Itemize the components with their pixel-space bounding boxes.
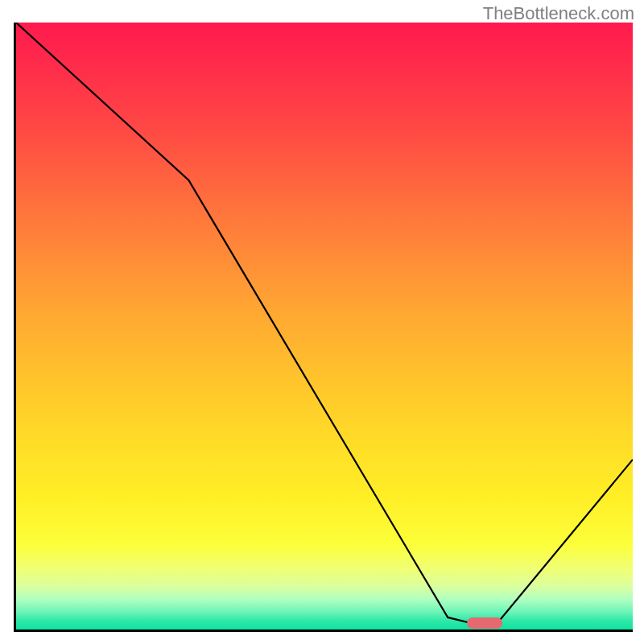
chart-container: TheBottleneck.com (0, 0, 644, 644)
optimal-marker (467, 617, 502, 629)
bottleneck-curve (16, 23, 633, 623)
plot-area (14, 23, 633, 632)
watermark-text: TheBottleneck.com (483, 3, 634, 24)
curve-svg (16, 23, 633, 630)
